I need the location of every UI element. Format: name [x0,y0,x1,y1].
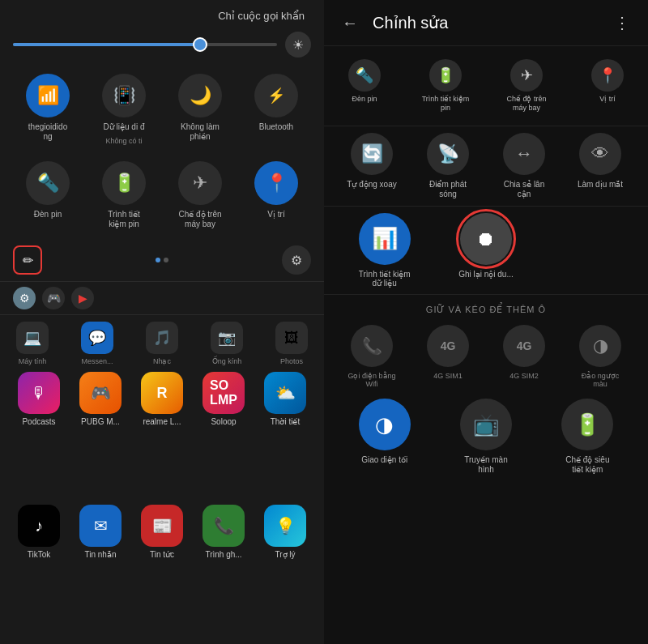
airplane-toggle[interactable]: ✈ [178,161,222,205]
shortcut-messenger[interactable]: 💬 Messen... [65,322,130,365]
auto-rotate-label: Tự động xoay [347,180,396,190]
4g-sim2-label: 4G SIM2 [509,372,539,381]
realme-icon: R [141,372,183,414]
hold-title: GIỮ VÀ KÉO ĐỂ THÊM Ô [337,305,635,315]
toggle-grid-2: 🔦 Đèn pin 🔋 Trình tiếtkiệm pin ✈ Chế độ … [0,155,324,236]
app-phone[interactable]: 📞 Trình gh... [198,505,249,634]
podcasts-label: Podcasts [22,417,55,426]
bluetooth-toggle[interactable]: ⚡ [254,74,298,117]
wifi-toggle[interactable]: 📶 [26,74,70,117]
tile-flashlight[interactable]: 🔦 Đèn pin [324,53,405,119]
back-icon: ← [342,14,358,32]
small-icons-row: ⚙ 🎮 ▶ [0,282,324,314]
cast-icon: 📺 [460,399,512,450]
soloop-label: Soloop [211,417,236,426]
hold-4g-sim2[interactable]: 4G 4G SIM2 [489,325,559,390]
hotspot-icon: 📡 [427,133,469,175]
tile-airplane[interactable]: ✈ Chế độ trênmáy bay [486,53,567,119]
flashlight-tile-icon: 🔦 [348,59,381,92]
more-button[interactable]: ⋮ [609,10,635,36]
hold-ultra-save[interactable]: 🔋 Chế độ siêutiết kiệm [540,399,635,475]
app-realme[interactable]: R realme L... [136,372,188,501]
flashlight-toggle[interactable]: 🔦 [26,161,70,205]
airplane-tile-icon: ✈ [510,59,543,92]
tile-location[interactable]: 📍 Vị trí [567,53,648,119]
app-messages[interactable]: ✉ Tin nhắn [75,505,126,634]
app-news[interactable]: 📰 Tin tức [136,505,188,634]
app-soloop[interactable]: SOLMP Soloop [198,372,249,501]
tile-data-save[interactable]: 📊 Trình tiết kiệmdữ liệu [337,213,432,288]
game-small-glyph: 🎮 [47,292,61,305]
dnd-toggle[interactable]: 🌙 [178,74,222,117]
wifi-call-icon: 📞 [351,325,393,367]
settings-button[interactable]: ⚙ [282,245,311,275]
invert-label: Đảo ngượcmàu [582,372,620,390]
settings-icon: ⚙ [291,253,302,268]
wifi-icon: 📶 [37,85,59,106]
app-shortcuts: 💻 Máy tính 💬 Messen... 🎵 Nhạc 📷 Ống kính… [0,314,324,369]
tile-record[interactable]: ⏺ Ghi lại nội du... [438,213,533,288]
podcasts-icon: 🎙 [18,372,60,414]
shortcut-camera[interactable]: 📷 Ống kính [194,322,259,365]
small-tiles-row: 🔦 Đèn pin 🔋 Trình tiết kiệmpin ✈ Chế độ … [324,46,648,126]
location-icon: 📍 [266,173,288,194]
music-label: Nhạc [153,357,171,365]
nfc-toggle[interactable]: 📳 [102,74,146,117]
nfc-label: Dữ liệu di đ [104,122,145,132]
airplane-icon: ✈ [193,173,207,194]
tile-battery[interactable]: 🔋 Trình tiết kiệmpin [405,53,486,119]
back-button[interactable]: ← [337,10,363,36]
hold-cast[interactable]: 📺 Truyền mànhình [438,399,533,475]
computer-label: Máy tính [19,357,47,365]
tile-eye-comfort[interactable]: 👁 Làm dịu mắt [565,133,635,199]
app-grid-1: 🎙 Podcasts 🎮 PUBG M... R realme L... SOL… [0,369,324,505]
hold-4g-sim1[interactable]: 4G 4G SIM1 [413,325,483,390]
flashlight-tile-label: Đèn pin [352,95,377,104]
tile-auto-rotate[interactable]: 🔄 Tự động xoay [337,133,407,199]
4g-sim1-icon: 4G [427,325,469,367]
app-tiktok[interactable]: ♪ TikTok [13,505,65,634]
hold-grid-1: 📞 Gọi điện bằngWifi 4G 4G SIM1 4G 4G SIM… [337,325,635,390]
tile-hotspot[interactable]: 📡 Điểm phátsóng [413,133,483,199]
hold-dark[interactable]: ◑ Giao diện tối [337,399,432,475]
news-label: Tin tức [150,550,174,559]
app-tips[interactable]: 💡 Trợ lý [259,505,311,634]
left-panel: Chỉ cuộc gọi khẩn ☀ 📶 thegioididong 📳 Dữ… [0,0,324,644]
bluetooth-icon: ⚡ [267,87,285,104]
right-panel-title: Chỉnh sửa [373,13,599,32]
toggle-item-location: 📍 Vị trí [241,161,311,229]
toggle-item-wifi: 📶 thegioididong [13,74,83,145]
settings-small-glyph: ⚙ [19,292,30,305]
bottom-bar: ✏ ⚙ [0,239,324,281]
medium-tiles-grid: 🔄 Tự động xoay 📡 Điểm phátsóng ↔ Chia sẻ… [324,126,648,207]
youtube-small-icon[interactable]: ▶ [71,287,94,309]
app-podcasts[interactable]: 🎙 Podcasts [13,372,65,501]
battery-toggle[interactable]: 🔋 [102,161,146,205]
settings-small-icon[interactable]: ⚙ [13,287,36,309]
brightness-icon[interactable]: ☀ [285,32,311,58]
wifi-label: thegioididong [28,122,67,142]
hold-invert[interactable]: ◑ Đảo ngượcmàu [565,325,635,390]
shortcut-photos[interactable]: 🖼 Photos [259,322,324,365]
music-icon: 🎵 [146,322,178,354]
app-weather[interactable]: ⛅ Thời tiết [259,372,311,501]
tiktok-label: TikTok [28,550,51,559]
toggle-item-dnd: 🌙 Không làmphiền [165,74,235,145]
hotspot-label: Điểm phátsóng [429,180,467,199]
pubg-icon: 🎮 [79,372,122,414]
toggle-grid-1: 📶 thegioididong 📳 Dữ liệu di đ Không có … [0,67,324,151]
record-glyph: ⏺ [476,228,496,250]
tile-nearby-share[interactable]: ↔ Chia sẻ lâncận [489,133,559,199]
record-label: Ghi lại nội du... [458,270,514,279]
game-small-icon[interactable]: 🎮 [42,287,65,309]
shortcut-computer[interactable]: 💻 Máy tính [0,322,65,365]
edit-button[interactable]: ✏ [13,245,42,275]
hold-wifi-call[interactable]: 📞 Gọi điện bằngWifi [337,325,407,390]
location-toggle[interactable]: 📍 [254,161,298,205]
dark-glyph: ◑ [375,412,394,437]
shortcut-music[interactable]: 🎵 Nhạc [130,322,194,365]
app-pubg[interactable]: 🎮 PUBG M... [75,372,126,501]
dots-indicator [156,258,168,262]
brightness-bar[interactable] [13,43,277,46]
data-save-icon: 📊 [359,213,411,265]
